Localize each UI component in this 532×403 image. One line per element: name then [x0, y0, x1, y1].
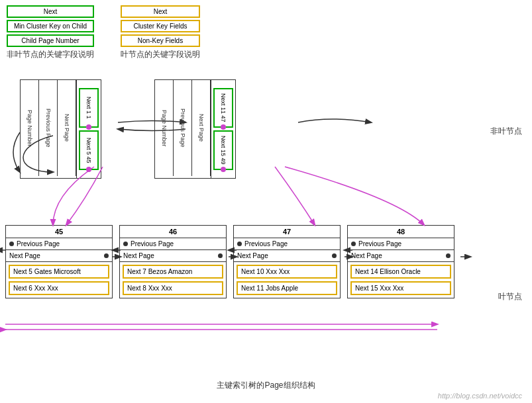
- nonleaf-nodes-container: Page Number Previous Page Next Page Next…: [20, 79, 236, 179]
- nonleaf-col-pageno-1: Page Number: [21, 80, 39, 176]
- nonleaf-col-next1147: Next 11 47: [213, 88, 233, 128]
- nonleaf-col-next545: Next 5 45: [79, 130, 99, 170]
- leaf-46-row1: Next 7 Bezos Amazon: [123, 265, 223, 279]
- leaf-48-next-dot: [446, 253, 451, 258]
- leaf-node-45: 45 Previous Page Next Page Next 5 Gates …: [5, 225, 113, 298]
- leaf-47-row2: Next 11 Jobs Apple: [237, 281, 337, 295]
- leaf-48-prev-dot: [351, 242, 356, 246]
- leaf-node-46: 46 Previous Page Next Page Next 7 Bezos …: [119, 225, 227, 298]
- leaf-48-prev: Previous Page: [348, 238, 454, 250]
- legend-non-key: Non-Key Fields: [121, 34, 200, 47]
- leaf-47-next-dot: [332, 253, 337, 258]
- leaf-legend-title: 叶节点的关键字段说明: [121, 49, 200, 60]
- leaf-47-prev-dot: [237, 242, 242, 246]
- legend-next-nonleaf: Next: [7, 5, 94, 18]
- nonleaf-col-next1549: Next 15 49: [213, 130, 233, 170]
- leaf-47-header: 47: [234, 226, 340, 238]
- leaf-45-prev-dot: [9, 242, 14, 246]
- leaf-48-row2: Next 15 Xxx Xxx: [350, 281, 451, 295]
- leaf-46-header: 46: [120, 226, 226, 238]
- leaf-node-48: 48 Previous Page Next Page Next 14 Ellis…: [347, 225, 454, 298]
- nonleaf-label: 非叶节点: [490, 126, 522, 137]
- leaf-node-47: 47 Previous Page Next Page Next 10 Xxx X…: [233, 225, 341, 298]
- leaf-45-next: Next Page: [6, 250, 112, 262]
- leaf-46-row2: Next 8 Xxx Xxx: [123, 281, 223, 295]
- leaf-48-header: 48: [348, 226, 454, 238]
- leaf-47-prev: Previous Page: [234, 238, 340, 250]
- bottom-label: 主键索引树的Page组织结构: [217, 380, 315, 391]
- legend-child-page: Child Page Number: [7, 34, 94, 47]
- leaf-48-row1: Next 14 Ellison Oracle: [350, 265, 451, 279]
- leaf-legend: Next Cluster Key Fields Non-Key Fields 叶…: [121, 5, 200, 60]
- leaf-46-next: Next Page: [120, 250, 226, 262]
- nonleaf-node-2: Page Number Previous Page Next Page Next…: [154, 79, 236, 179]
- leaf-45-prev: Previous Page: [6, 238, 112, 250]
- leaf-45-row2: Next 6 Xxx Xxx: [9, 281, 109, 295]
- legend-min-key: Min Cluster Key on Child: [7, 20, 94, 32]
- arrows-overlay: [0, 0, 532, 403]
- legend-next-leaf: Next: [121, 5, 200, 18]
- leaf-47-row1: Next 10 Xxx Xxx: [237, 265, 337, 279]
- leaf-45-header: 45: [6, 226, 112, 238]
- nonleaf-col-prev-2: Previous Page: [174, 80, 192, 176]
- nonleaf-col-next11: Next 1 1: [79, 88, 99, 128]
- leaf-label: 叶节点: [498, 291, 522, 302]
- nonleaf-legend-title: 非叶节点的关键字段说明: [7, 49, 94, 60]
- leaf-nodes-container: 45 Previous Page Next Page Next 5 Gates …: [5, 225, 454, 298]
- leaf-45-next-dot: [104, 253, 109, 258]
- legend-cluster-key: Cluster Key Fields: [121, 20, 200, 32]
- nonleaf-col-pageno-2: Page Number: [155, 80, 174, 176]
- leaf-45-row1: Next 5 Gates Microsoft: [9, 265, 109, 279]
- leaf-46-prev-dot: [123, 242, 128, 246]
- nonleaf-col-prev-1: Previous Page: [39, 80, 58, 176]
- nonleaf-col-next-2: Next Page: [192, 80, 211, 176]
- leaf-47-next: Next Page: [234, 250, 340, 262]
- leaf-46-prev: Previous Page: [120, 238, 226, 250]
- leaf-48-next: Next Page: [348, 250, 454, 262]
- bottom-url: http://blog.csdn.net/voidcc: [438, 392, 522, 400]
- nonleaf-node-1: Page Number Previous Page Next Page Next…: [20, 79, 101, 179]
- nonleaf-col-next-1: Next Page: [58, 80, 76, 176]
- leaf-46-next-dot: [218, 253, 223, 258]
- nonleaf-legend: Next Min Cluster Key on Child Child Page…: [7, 5, 94, 60]
- legend-area: Next Min Cluster Key on Child Child Page…: [7, 5, 200, 60]
